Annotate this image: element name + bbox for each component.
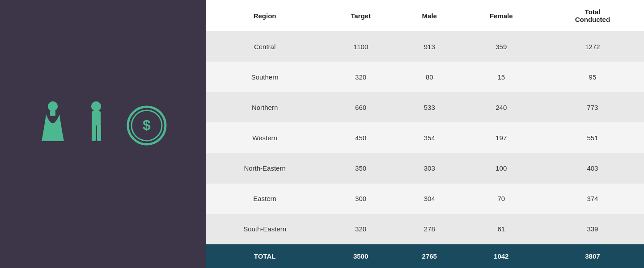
right-panel: Region Target Male Female TotalConducted… — [206, 0, 644, 268]
cell-value: 240 — [462, 92, 541, 122]
svg-point-2 — [91, 101, 101, 111]
coin-icon: $ — [127, 105, 167, 146]
table-row: Western450354197551 — [206, 122, 644, 153]
cell-value: 320 — [324, 62, 398, 92]
svg-rect-3 — [92, 111, 101, 126]
cell-region: Southern — [206, 62, 324, 92]
cell-value: 339 — [541, 214, 644, 244]
svg-text:$: $ — [143, 117, 151, 133]
col-region: Region — [206, 0, 324, 31]
cell-value: 551 — [541, 122, 644, 153]
female-icon — [39, 101, 66, 146]
cell-region: Eastern — [206, 184, 324, 214]
svg-point-0 — [48, 101, 58, 111]
table-row: Central11009133591272 — [206, 31, 644, 62]
cell-value: 15 — [462, 62, 541, 92]
table-row: Southern320801595 — [206, 62, 644, 92]
table-row: North-Eastern350303100403 — [206, 153, 644, 184]
table-row: Eastern30030470374 — [206, 184, 644, 214]
cell-value: 197 — [462, 122, 541, 153]
col-target: Target — [324, 0, 398, 31]
icons-row: $ — [39, 101, 167, 149]
footer-value: 3500 — [324, 244, 398, 268]
cell-value: 533 — [398, 92, 462, 122]
cell-value: 300 — [324, 184, 398, 214]
col-female: Female — [462, 0, 541, 31]
cell-value: 913 — [398, 31, 462, 62]
footer-label: TOTAL — [206, 244, 324, 268]
cell-value: 354 — [398, 122, 462, 153]
table-row: South-Eastern32027861339 — [206, 214, 644, 244]
table-footer: TOTAL3500276510423807 — [206, 244, 644, 268]
male-icon — [84, 101, 109, 146]
cell-value: 95 — [541, 62, 644, 92]
table-footer-row: TOTAL3500276510423807 — [206, 244, 644, 268]
footer-value: 2765 — [398, 244, 462, 268]
cell-value: 660 — [324, 92, 398, 122]
cell-value: 350 — [324, 153, 398, 184]
cell-region: Western — [206, 122, 324, 153]
cell-value: 450 — [324, 122, 398, 153]
cell-value: 374 — [541, 184, 644, 214]
table-row: Northern660533240773 — [206, 92, 644, 122]
col-male: Male — [398, 0, 462, 31]
svg-rect-5 — [97, 125, 101, 141]
footer-value: 1042 — [462, 244, 541, 268]
data-table: Region Target Male Female TotalConducted… — [206, 0, 644, 268]
left-panel: $ — [0, 0, 206, 268]
table-header: Region Target Male Female TotalConducted — [206, 0, 644, 31]
cell-value: 403 — [541, 153, 644, 184]
cell-value: 100 — [462, 153, 541, 184]
cell-region: North-Eastern — [206, 153, 324, 184]
cell-value: 359 — [462, 31, 541, 62]
cell-value: 303 — [398, 153, 462, 184]
cell-value: 1100 — [324, 31, 398, 62]
cell-value: 278 — [398, 214, 462, 244]
cell-value: 773 — [541, 92, 644, 122]
footer-value: 3807 — [541, 244, 644, 268]
col-total-conducted: TotalConducted — [541, 0, 644, 31]
male-icon-group — [84, 101, 109, 149]
cell-value: 320 — [324, 214, 398, 244]
cell-value: 304 — [398, 184, 462, 214]
coin-icon-group: $ — [127, 105, 167, 149]
cell-region: Central — [206, 31, 324, 62]
cell-region: Northern — [206, 92, 324, 122]
cell-value: 1272 — [541, 31, 644, 62]
cell-value: 61 — [462, 214, 541, 244]
female-icon-group — [39, 101, 66, 149]
table-body: Central11009133591272Southern320801595No… — [206, 31, 644, 244]
cell-region: South-Eastern — [206, 214, 324, 244]
cell-value: 80 — [398, 62, 462, 92]
svg-rect-4 — [92, 125, 96, 141]
svg-rect-1 — [50, 111, 55, 116]
cell-value: 70 — [462, 184, 541, 214]
